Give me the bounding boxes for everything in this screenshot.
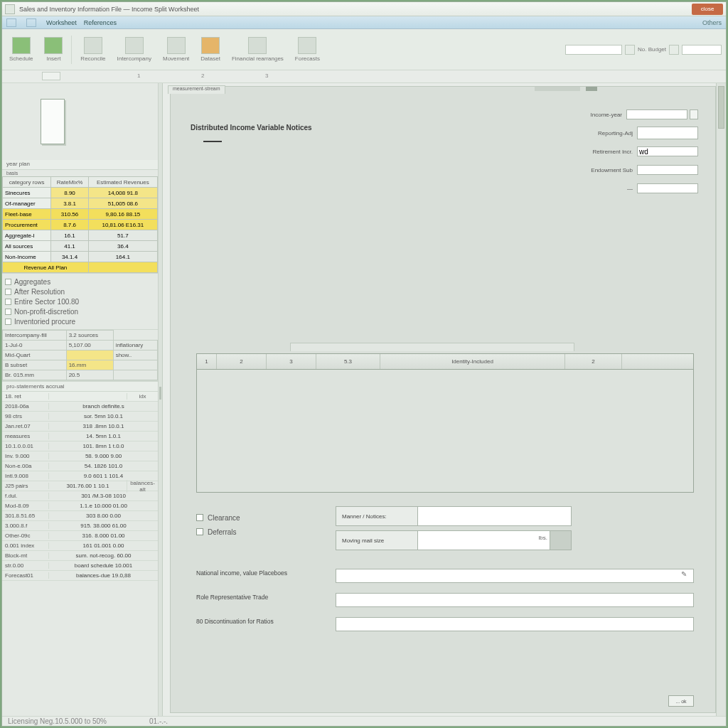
list-item-extra[interactable]: balances-alt	[127, 480, 158, 493]
list-item-label[interactable]: 301.8.51.65	[2, 513, 49, 519]
col-header[interactable]: category rows	[3, 177, 51, 188]
table-cell[interactable]: 9,80.16 88.15	[88, 209, 157, 220]
list-item-label[interactable]: Other-09c	[2, 532, 49, 539]
table-cell[interactable]: 14,008 91.8	[88, 188, 157, 198]
grid-col-header[interactable]: 3	[267, 354, 316, 369]
table-row-label[interactable]: Non-Income	[3, 252, 51, 262]
checkbox[interactable]	[196, 528, 203, 535]
pair-input[interactable]	[417, 531, 550, 550]
list-item-value[interactable]: 14. 5mn 1.0.1	[49, 433, 158, 439]
checkbox[interactable]	[5, 309, 11, 315]
list-item-label[interactable]: Jan.ret.07	[2, 423, 49, 429]
table-cell[interactable]: 36.4	[88, 241, 157, 252]
list-item-label[interactable]: 0.001 index	[2, 542, 49, 549]
table-cell[interactable]: 3.2 sources	[66, 331, 113, 341]
list-item-label[interactable]: Non-e.00a	[2, 463, 49, 469]
find-opt-icon[interactable]	[669, 45, 679, 55]
table-row-label[interactable]: Aggregate-I	[3, 230, 51, 241]
table-cell[interactable]: Intercompany-fill	[3, 331, 67, 341]
list-item-value[interactable]: 9.0 601 1 101.4	[49, 473, 158, 479]
table-cell[interactable]	[113, 360, 157, 370]
edit-icon[interactable]: ✎	[681, 570, 691, 580]
checkbox[interactable]	[5, 289, 11, 295]
grid-col-header[interactable]: 2	[217, 354, 267, 369]
table-cell[interactable]	[66, 350, 113, 360]
list-item-value[interactable]: branch definite.s	[49, 403, 158, 410]
pair-input[interactable]	[417, 507, 571, 525]
grid-col-header[interactable]: 1	[197, 354, 217, 369]
table-cell[interactable]: 51.7	[88, 230, 157, 241]
ok-button[interactable]: ... ok	[668, 695, 694, 707]
table-cell[interactable]: 16.1	[51, 230, 88, 241]
list-item-value[interactable]: 58. 9.000 9.00	[49, 453, 158, 459]
checkbox[interactable]	[5, 299, 11, 305]
table-cell[interactable]: 310.56	[51, 209, 88, 220]
discontinuation-input[interactable]	[336, 617, 694, 631]
col-header[interactable]: RateMix%	[51, 177, 88, 188]
form-input[interactable]	[637, 127, 698, 139]
menu-item-1[interactable]: Worksheet	[46, 19, 77, 26]
list-item-value[interactable]: 915. 38.000 61.00	[49, 523, 158, 529]
list-item-label[interactable]: Inv. 9.000	[2, 453, 49, 459]
checkbox[interactable]	[5, 318, 11, 325]
quick-dropdown-icon[interactable]	[625, 45, 635, 55]
panel-handle-2[interactable]	[586, 87, 597, 91]
list-item-value[interactable]: sum. not-recog. 60.00	[49, 552, 158, 559]
panel-handle[interactable]	[535, 87, 580, 91]
list-item-value[interactable]: 303 8.00 0.00	[49, 513, 158, 519]
table-cell[interactable]: 1-Jul-0	[3, 341, 67, 350]
ribbon-group-insert[interactable]: Insert	[41, 37, 65, 62]
list-item-value[interactable]: 54. 1826 101.0	[49, 463, 158, 469]
ribbon-group-forecasts[interactable]: Forecasts	[292, 37, 323, 62]
role-rep-input[interactable]	[336, 593, 694, 607]
list-item-value[interactable]: 318 .8mn 10.0.1	[49, 423, 158, 429]
table-cell[interactable]: 164.1	[88, 252, 157, 262]
table-cell[interactable]: Br. 015.mm	[3, 370, 67, 380]
ribbon-group-intercompany[interactable]: Intercompany	[114, 37, 154, 62]
col-header[interactable]: Estimated Revenues	[88, 177, 157, 188]
list-item-label[interactable]: Block-mt	[2, 552, 49, 559]
national-income-input[interactable]	[336, 569, 694, 583]
table-cell[interactable]: 34.1.4	[51, 252, 88, 262]
ribbon-group-movement[interactable]: Movement	[160, 37, 192, 62]
system-menu-icon[interactable]	[5, 4, 15, 14]
table-row-label[interactable]: All sources	[3, 241, 51, 252]
list-item-label[interactable]: measures	[2, 433, 49, 439]
list-item-value[interactable]: 301.76.00 1 10.1	[49, 483, 127, 489]
list-item-value[interactable]: sor. 5mn 10.0.1	[49, 413, 158, 419]
find-result-box[interactable]	[682, 45, 722, 55]
table-cell[interactable]: 20.5	[66, 370, 113, 380]
splitter[interactable]	[159, 83, 163, 716]
grid-tab[interactable]	[290, 343, 574, 351]
table-cell[interactable]: 8.7.6	[51, 220, 88, 230]
form-input[interactable]	[637, 183, 698, 193]
detail-grid[interactable]: 1235.3Identity-Included2	[196, 353, 694, 493]
menu-right[interactable]: Others	[702, 19, 722, 26]
list-item-label[interactable]: Forecast01	[2, 572, 49, 579]
table-cell[interactable]: Mid-Quart	[3, 350, 67, 360]
ribbon-group-financial[interactable]: Financial rearranges	[229, 37, 287, 62]
ribbon-group-dataset[interactable]: Dataset	[198, 37, 223, 62]
ruler-marker[interactable]	[42, 72, 60, 80]
list-item-value[interactable]: board schedule 10.001	[49, 562, 158, 569]
form-input[interactable]	[637, 146, 698, 156]
ribbon-group-schedule[interactable]: Schedule	[6, 37, 36, 62]
ribbon-group-reconcile[interactable]: Reconcile	[77, 37, 108, 62]
doc-icon[interactable]	[26, 18, 36, 27]
app-icon[interactable]	[6, 18, 16, 27]
table-cell[interactable]	[113, 370, 157, 380]
close-button[interactable]: close	[692, 4, 723, 15]
table-cell[interactable]: 8.90	[51, 188, 88, 198]
list-item-value[interactable]: 161 01.001 0.00	[49, 542, 158, 549]
vertical-scrollbar[interactable]	[716, 83, 726, 716]
grid-col-header[interactable]: Identity-Included	[380, 354, 565, 369]
scroll-thumb[interactable]	[718, 86, 724, 129]
form-input[interactable]	[626, 109, 687, 119]
list-item-label[interactable]: J25 pairs	[2, 483, 49, 489]
checkbox[interactable]	[5, 279, 11, 285]
page-thumbnail[interactable]	[41, 99, 65, 144]
panel-tab[interactable]: measurement-stream	[168, 85, 225, 94]
list-item-label[interactable]: Mod-8.09	[2, 503, 49, 509]
quick-search-input[interactable]	[565, 45, 622, 55]
table-row-label[interactable]: Procurement	[3, 220, 51, 230]
